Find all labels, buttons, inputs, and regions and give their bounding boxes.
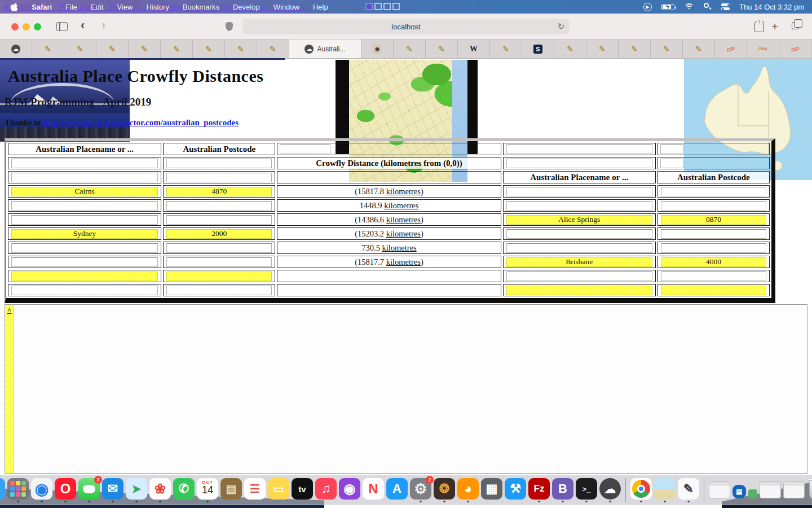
back-to-top-link[interactable]: ^: [7, 306, 12, 315]
dock-item-min-window-3[interactable]: [783, 478, 805, 498]
cell-input-empty[interactable]: [280, 144, 330, 154]
tab-6-pencil[interactable]: ✎: [193, 40, 225, 58]
dock-item-min-item-green[interactable]: [748, 478, 757, 498]
tab-11-pencil[interactable]: ✎: [394, 40, 426, 58]
cell-input-alice-springs[interactable]: [506, 215, 652, 225]
dock-item-notes[interactable]: ▭: [268, 478, 289, 500]
menu-item-help[interactable]: Help: [313, 3, 328, 11]
cell-input-empty[interactable]: [11, 271, 158, 281]
cell-input-empty[interactable]: [166, 243, 272, 253]
address-bar[interactable]: localhost ↻: [242, 19, 570, 34]
tab-4-pencil[interactable]: ✎: [129, 40, 161, 58]
cell-input-empty[interactable]: [166, 271, 272, 281]
cell-input-empty[interactable]: [166, 173, 272, 182]
dock-item-photos[interactable]: ❀: [149, 478, 171, 500]
dock-item-preview-photo[interactable]: [654, 478, 676, 500]
privacy-shield-icon[interactable]: [226, 22, 233, 31]
tab-active-australia[interactable]: ☁Australi...: [289, 40, 361, 58]
apple-menu-icon[interactable]: [10, 2, 18, 12]
window-zoom-button[interactable]: [34, 23, 41, 30]
playback-icon[interactable]: ▶: [643, 3, 652, 11]
cell-input-4870[interactable]: [166, 187, 272, 196]
menu-item-file[interactable]: File: [65, 3, 77, 11]
battery-icon[interactable]: ϟ: [661, 4, 674, 10]
dock-item-settings[interactable]: ⚙2: [410, 478, 431, 500]
cell-input-0870[interactable]: [661, 215, 766, 225]
cell-input-4000[interactable]: [661, 257, 766, 267]
back-button[interactable]: ‹: [81, 18, 85, 33]
dock-item-safari[interactable]: ◉: [31, 478, 52, 500]
dock-item-rjm-app[interactable]: ☁: [599, 478, 621, 500]
dock-item-min-doc-blue[interactable]: ▤: [732, 478, 746, 498]
dock-item-min-window-2[interactable]: [760, 478, 781, 498]
kilometres-link[interactable]: kilometres: [382, 243, 417, 252]
tab-21-cpanel[interactable]: cP: [715, 40, 747, 58]
cell-input-empty[interactable]: [506, 229, 652, 239]
cell-input-empty[interactable]: [506, 187, 652, 196]
cell-input-empty[interactable]: [506, 201, 652, 211]
menu-item-history[interactable]: History: [146, 3, 169, 11]
cell-input-empty[interactable]: [506, 243, 652, 253]
cell-input-empty[interactable]: [11, 215, 158, 225]
dock-item-xcode[interactable]: ⚒: [505, 478, 526, 500]
tab-17-pencil[interactable]: ✎: [586, 40, 619, 58]
cell-input-empty[interactable]: [661, 271, 766, 281]
dock-item-calendar[interactable]: OCT14: [197, 478, 218, 500]
tab-7-pencil[interactable]: ✎: [225, 40, 257, 58]
dock-item-paint-app[interactable]: ❂: [434, 478, 455, 500]
kilometres-link[interactable]: kilometres: [384, 201, 418, 210]
tab-13-wiki[interactable]: W: [458, 40, 490, 58]
cell-input-cairns[interactable]: [11, 187, 158, 196]
tab-2-pencil[interactable]: ✎: [64, 40, 96, 58]
dock-item-terminal[interactable]: >_: [576, 478, 597, 500]
dock-item-maps[interactable]: ➤: [126, 478, 147, 500]
cell-input-empty[interactable]: [166, 215, 272, 225]
control-center-icon[interactable]: [721, 3, 730, 10]
cell-input-empty[interactable]: [11, 257, 158, 267]
cell-input-empty[interactable]: [661, 229, 766, 239]
dock-item-facetime[interactable]: ✆: [173, 478, 195, 500]
cell-input-empty[interactable]: [506, 286, 652, 295]
dock-item-messages[interactable]: 3: [78, 478, 100, 500]
sidebar-toggle-icon[interactable]: [56, 22, 68, 31]
tab-20-pencil[interactable]: ✎: [683, 40, 715, 58]
window-close-button[interactable]: [11, 23, 19, 30]
window-minimize-button[interactable]: [23, 23, 30, 30]
cell-input-empty[interactable]: [661, 187, 766, 196]
new-tab-icon[interactable]: +: [771, 20, 778, 33]
cell-input-empty[interactable]: [661, 243, 766, 253]
tab-22-pma[interactable]: PMA: [747, 40, 779, 58]
cell-input-empty[interactable]: [506, 159, 652, 168]
reload-icon[interactable]: ↻: [557, 21, 564, 32]
dock-item-chrome[interactable]: [630, 478, 652, 500]
menu-item-view[interactable]: View: [117, 3, 133, 11]
dock-item-contacts[interactable]: ▤: [220, 478, 242, 500]
tab-18-pencil[interactable]: ✎: [619, 40, 651, 58]
dock-item-appstore[interactable]: A: [386, 478, 408, 500]
dock-item-launchpad[interactable]: [7, 478, 29, 500]
dock-item-opera[interactable]: O: [55, 478, 76, 500]
menu-clock[interactable]: Thu 14 Oct 3:32 pm: [739, 3, 804, 11]
spotlight-search-icon[interactable]: [704, 3, 712, 11]
cell-input-sydney[interactable]: [11, 229, 158, 239]
kilometres-link[interactable]: kilometres: [386, 215, 421, 224]
dock-item-filezilla[interactable]: Fz: [528, 478, 550, 500]
menu-item-develop[interactable]: Develop: [233, 3, 260, 11]
dock-item-podcasts[interactable]: ◉: [339, 478, 360, 500]
cell-input-empty[interactable]: [166, 286, 272, 295]
cell-input-brisbane[interactable]: [506, 257, 652, 267]
tab-10-person[interactable]: ☻: [361, 40, 394, 58]
dock-item-calculator[interactable]: ▦: [481, 478, 502, 500]
cell-input-empty[interactable]: [166, 201, 272, 211]
tab-3-pencil[interactable]: ✎: [96, 40, 129, 58]
cell-input-empty[interactable]: [660, 159, 684, 168]
wifi-icon[interactable]: [684, 3, 694, 11]
cell-input-2000[interactable]: [166, 229, 272, 239]
tab-15-s[interactable]: S: [522, 40, 554, 58]
dock-item-music[interactable]: ♫: [315, 478, 337, 500]
cell-input-empty[interactable]: [661, 286, 766, 295]
forward-button[interactable]: ›: [102, 18, 105, 33]
tab-23-cpanel[interactable]: cP: [779, 40, 811, 58]
dock-item-finder[interactable]: [0, 478, 5, 500]
dock-item-appletv[interactable]: tv: [292, 478, 313, 500]
